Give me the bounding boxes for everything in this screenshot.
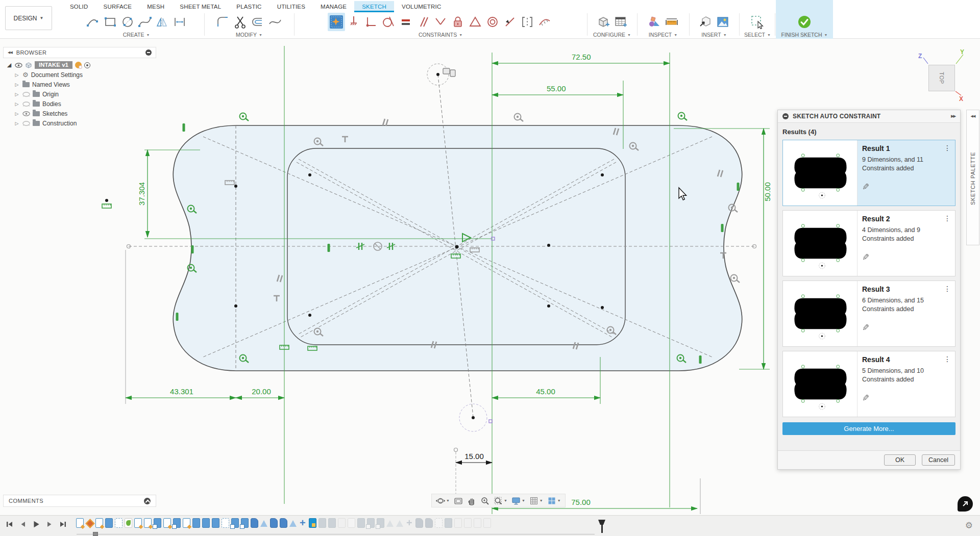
timeline-feature-doc[interactable] [483, 518, 491, 528]
go-to-start-button[interactable] [4, 519, 15, 529]
perpendicular-constraint-button[interactable] [432, 13, 449, 31]
coincident-constraint-button[interactable] [362, 13, 380, 31]
root-component-name[interactable]: INTAKE v1 [35, 61, 72, 69]
tab-mesh[interactable]: MESH [139, 1, 172, 12]
auto-constraint-tool-button-active[interactable] [328, 13, 345, 31]
expand-icon[interactable]: ▷ [14, 101, 20, 107]
fillet-tool-button[interactable] [214, 13, 232, 31]
timeline-feature-doc[interactable] [454, 518, 462, 528]
tab-sheet-metal[interactable]: SHEET METAL [172, 1, 229, 12]
timeline-feature-gem[interactable] [86, 518, 93, 528]
result-card-2[interactable]: Result 2 4 Dimensions, and 9 Constraints… [782, 210, 955, 276]
spline-tool-button[interactable] [136, 13, 154, 31]
expand-icon[interactable]: ▷ [14, 72, 20, 78]
parallel-constraint-button[interactable] [414, 13, 432, 31]
timeline-track[interactable] [77, 534, 595, 534]
timeline-feature-cp[interactable] [231, 518, 239, 528]
finish-sketch-menu[interactable]: FINISH SKETCH▼ [781, 32, 828, 38]
dim-37-304[interactable]: 37.304 [137, 182, 146, 206]
expand-icon[interactable]: ▷ [14, 111, 20, 116]
kebab-menu-icon[interactable]: ⋮ [944, 285, 951, 293]
timeline-feature-ex[interactable] [192, 518, 200, 528]
timeline-feature-ex[interactable] [357, 518, 365, 528]
measure-button[interactable] [646, 13, 663, 31]
offset-tool-button[interactable] [249, 13, 266, 31]
grid-settings-button[interactable]: ▼ [528, 495, 545, 506]
browser-item-bodies[interactable]: ▷ Bodies [6, 99, 156, 109]
insert-image-button[interactable] [714, 13, 731, 31]
timeline-feature-mi[interactable] [260, 518, 268, 528]
expand-icon[interactable]: ▷ [14, 92, 20, 97]
panel-header[interactable]: SKETCH AUTO CONSTRAINT ▶▶ [778, 110, 960, 123]
timeline-feature-ex[interactable] [445, 518, 452, 528]
eye-closed-icon[interactable] [22, 121, 30, 126]
symmetry-constraint-button[interactable] [467, 13, 484, 31]
timeline-feature-leaf[interactable] [125, 518, 132, 528]
comments-bar[interactable]: COMMENTS [3, 495, 156, 507]
timeline-feature-docsel[interactable] [348, 518, 355, 528]
timeline-feature-ex[interactable] [212, 518, 219, 528]
go-to-end-button[interactable] [57, 519, 68, 529]
expand-icon[interactable]: ▷ [14, 121, 20, 126]
timeline-feature-doc[interactable] [474, 518, 481, 528]
constraints-menu[interactable]: CONSTRAINTS▼ [419, 32, 462, 38]
result-card-1[interactable]: Result 1 9 Dimensions, and 11 Constraint… [782, 140, 955, 206]
timeline-feature-cp[interactable] [377, 518, 384, 528]
concentric-constraint-button[interactable] [484, 13, 501, 31]
timeline-feature-cp[interactable] [367, 518, 375, 528]
look-at-button[interactable] [452, 495, 464, 506]
dim-75-00[interactable]: 75.00 [571, 498, 591, 506]
timeline-feature-sk[interactable] [144, 518, 152, 528]
tab-surface[interactable]: SURFACE [96, 1, 140, 12]
comments-expand-icon[interactable] [144, 498, 151, 504]
timeline-feature-mi[interactable] [289, 518, 297, 528]
dim-55-00[interactable]: 55.00 [547, 84, 566, 93]
configuration-table-button[interactable] [612, 13, 629, 31]
break-link-constraint-button[interactable] [519, 13, 536, 31]
ok-button[interactable]: OK [884, 454, 916, 466]
timeline-settings-gear-icon[interactable]: ⚙ [965, 520, 973, 531]
display-settings-button[interactable]: ▼ [510, 495, 527, 506]
timeline-feature-mi[interactable] [396, 518, 404, 528]
panel-minimize-icon[interactable] [782, 113, 789, 119]
result-card-4[interactable]: Result 4 5 Dimensions, and 10 Constraint… [782, 351, 955, 417]
timeline-feature-mv[interactable] [406, 518, 413, 528]
midpoint-constraint-button[interactable] [501, 13, 519, 31]
edit-pencil-icon[interactable]: ✎ [862, 182, 869, 192]
dim-15-00[interactable]: 15.00 [464, 452, 484, 461]
zoom-button[interactable] [479, 495, 491, 506]
timeline-feature-sel[interactable] [115, 518, 122, 528]
timeline-feature-bd[interactable] [251, 518, 258, 528]
timeline-feature-bd[interactable] [280, 518, 287, 528]
result-card-3[interactable]: Result 3 6 Dimensions, and 15 Constraint… [782, 280, 955, 347]
line-tool-button[interactable] [84, 13, 102, 31]
create-menu[interactable]: CREATE▼ [123, 32, 150, 38]
lock-constraint-button[interactable] [449, 13, 467, 31]
browser-item-named-views[interactable]: ▷ Named Views [6, 80, 156, 89]
browser-root-row[interactable]: ◢ INTAKE v1 [6, 60, 156, 70]
timeline-feature-cp[interactable] [154, 518, 161, 528]
tab-volumetric[interactable]: VOLUMETRIC [394, 1, 449, 12]
select-tool-button[interactable] [749, 13, 766, 31]
timeline-feature-sk[interactable] [134, 518, 142, 528]
sketch-dimension-button[interactable] [171, 13, 188, 31]
timeline-feature-bd[interactable] [425, 518, 433, 528]
dim-20-00[interactable]: 20.00 [252, 387, 271, 396]
timeline-feature-mi[interactable] [386, 518, 394, 528]
timeline-end-marker[interactable] [598, 520, 605, 533]
viewports-button[interactable]: ▼ [546, 495, 562, 506]
timeline-feature-mv[interactable] [299, 518, 307, 528]
play-button[interactable] [31, 519, 42, 529]
circle-tool-button[interactable] [119, 13, 136, 31]
eye-icon[interactable] [15, 63, 22, 68]
timeline-feature-doc[interactable] [464, 518, 472, 528]
viewcube-top-face[interactable]: TOP [928, 65, 955, 91]
zoom-window-button[interactable]: ▼ [492, 495, 509, 506]
timeline-feature-sk[interactable] [183, 518, 190, 528]
browser-minimize-icon[interactable] [145, 49, 152, 56]
expand-icon[interactable]: ▷ [14, 82, 20, 87]
timeline-feature-ex[interactable] [202, 518, 210, 528]
timeline-feature-ex[interactable] [105, 518, 113, 528]
dim-50-00[interactable]: 50.00 [763, 182, 772, 201]
mirror-tool-button[interactable] [154, 13, 171, 31]
